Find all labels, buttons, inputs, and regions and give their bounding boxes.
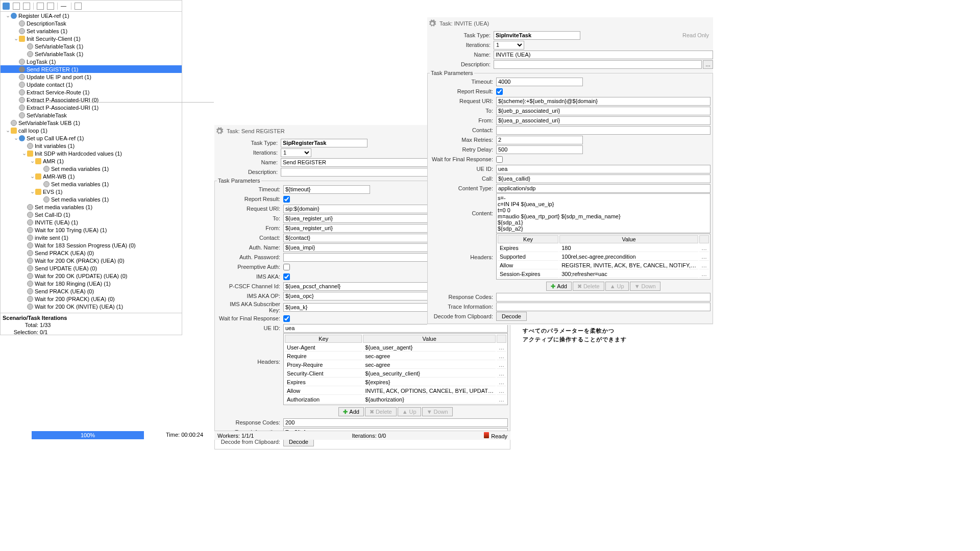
row-more-icon[interactable]: … [497, 370, 506, 378]
tree-item[interactable]: Send PRACK (UEA) (0) [1, 249, 182, 257]
to-field[interactable] [496, 107, 710, 115]
tree-item[interactable]: Send PRACK (UEA) (0) [1, 287, 182, 295]
expand-icon[interactable]: ⌄ [21, 150, 27, 157]
down-button[interactable]: ▼Down [422, 407, 453, 416]
tree-item[interactable]: SetVariableTask (1) [1, 42, 182, 50]
tree-item[interactable]: Wait for 200 (PRACK) (UEA) (0) [1, 295, 182, 303]
add-button[interactable]: ✚Add [546, 282, 572, 291]
report-result-checkbox[interactable] [496, 88, 503, 95]
tree-item[interactable]: invite sent (1) [1, 234, 182, 241]
tree-item[interactable]: Set media variables (1) [1, 180, 182, 188]
tree-item[interactable]: Set media variables (1) [1, 165, 182, 172]
tree-item[interactable]: Wait for 200 OK (PRACK) (UEA) (0) [1, 257, 182, 264]
ims-aka-checkbox[interactable] [283, 273, 290, 280]
row-more-icon[interactable]: … [699, 270, 709, 278]
table-row[interactable]: User-Agent${uea_user_agent}… [285, 344, 506, 352]
retry-delay-field[interactable] [496, 145, 583, 154]
tree-item[interactable]: DescriptionTask [1, 19, 182, 27]
wait-final-checkbox[interactable] [283, 315, 290, 322]
row-more-icon[interactable]: … [497, 353, 506, 360]
response-codes-field[interactable] [283, 418, 508, 427]
wait-final-checkbox[interactable] [496, 156, 503, 163]
tree-item[interactable]: ⌄Set up Call UEA-ref (1) [1, 134, 182, 142]
tree-item[interactable]: ⌄call loop (1) [1, 127, 182, 134]
tree-item[interactable]: INVITE (UEA) (1) [1, 218, 182, 226]
description-field[interactable] [494, 60, 702, 69]
tree-item[interactable]: LogTask (1) [1, 58, 182, 65]
tree-item[interactable]: Wait for 180 Ringing (UEA) (1) [1, 280, 182, 287]
table-row[interactable]: AllowREGISTER, INVITE, ACK, BYE, CANCEL,… [498, 262, 709, 269]
row-more-icon[interactable]: … [699, 262, 709, 269]
iterations-select[interactable]: 1 [494, 41, 524, 49]
table-row[interactable]: AllowINVITE, ACK, OPTIONS, CANCEL, BYE, … [285, 387, 506, 395]
tree-item[interactable]: Wait for 183 Session Progress (UEA) (0) [1, 241, 182, 249]
tree-item[interactable]: SetVariableTask UEB (1) [1, 119, 182, 127]
decode-button[interactable]: Decode [496, 312, 527, 321]
iterations-select[interactable]: 1 [281, 148, 311, 157]
name-field[interactable] [494, 51, 713, 59]
toolbar-icon[interactable]: — [61, 3, 68, 10]
request-uri-field[interactable] [496, 97, 710, 106]
toolbar-icon[interactable] [3, 3, 10, 10]
table-row[interactable]: Session-Expires300;refresher=uac… [498, 270, 709, 278]
expand-icon[interactable]: ⌄ [13, 135, 19, 141]
contact-field[interactable] [496, 126, 710, 135]
content-type-field[interactable] [496, 184, 710, 193]
tree-item[interactable]: Set media variables (1) [1, 195, 182, 203]
tree-item[interactable]: ⌄AMR-WB (1) [1, 172, 182, 180]
ueid-field[interactable] [283, 324, 508, 333]
toolbar-icon[interactable] [47, 3, 54, 10]
report-result-checkbox[interactable] [283, 196, 290, 203]
scenario-tree[interactable]: ⌄Register UEA-ref (1)DescriptionTaskSet … [1, 12, 182, 313]
tree-item[interactable]: Init variables (1) [1, 142, 182, 149]
tree-item[interactable]: Set media variables (1) [1, 203, 182, 211]
toolbar-icon[interactable] [13, 3, 20, 10]
table-row[interactable]: Requiresec-agree… [285, 353, 506, 360]
tree-item[interactable]: ⌄EVS (1) [1, 188, 182, 195]
expand-icon[interactable]: ⌄ [13, 35, 19, 42]
tree-item[interactable]: SetVariableTask (1) [1, 50, 182, 58]
row-more-icon[interactable]: … [699, 253, 709, 261]
row-more-icon[interactable]: … [699, 244, 709, 252]
tree-item[interactable]: Wait for 200 OK (UPDATE) (UEA) (0) [1, 272, 182, 280]
tree-item[interactable]: Extract P-Associated-URI (1) [1, 104, 182, 111]
trace-info-field[interactable] [496, 303, 710, 311]
headers-table[interactable]: KeyValue Expires180…Supported100rel,sec-… [496, 234, 710, 280]
tree-item[interactable]: Send UPDATE (UEA) (0) [1, 264, 182, 272]
table-row[interactable]: Expires${expires}… [285, 379, 506, 386]
description-more-button[interactable]: … [703, 60, 713, 69]
tree-item[interactable]: ⌄Init Security-Client (1) [1, 35, 182, 42]
response-codes-field[interactable] [496, 293, 710, 302]
expand-icon[interactable]: ⌄ [29, 188, 35, 195]
expand-icon[interactable]: ⌄ [29, 173, 35, 180]
tree-item[interactable]: Wait for 200 OK (INVITE) (UEA) (1) [1, 303, 182, 310]
row-more-icon[interactable]: … [497, 387, 506, 395]
up-button[interactable]: ▲Up [398, 407, 421, 416]
row-more-icon[interactable]: … [497, 396, 506, 404]
add-button[interactable]: ✚Add [338, 407, 364, 416]
tree-item[interactable]: ⌄Init SDP with Hardcoded values (1) [1, 149, 182, 157]
row-more-icon[interactable]: … [497, 344, 506, 352]
tree-item[interactable]: Set Call-ID (1) [1, 211, 182, 218]
table-row[interactable]: Authorization${authorization}… [285, 396, 506, 404]
table-row[interactable]: Proxy-Requiresec-agree… [285, 361, 506, 369]
task-type-field[interactable] [494, 31, 580, 40]
tree-item[interactable]: ⌄AMR (1) [1, 157, 182, 165]
preemptive-auth-checkbox[interactable] [283, 264, 290, 270]
row-more-icon[interactable]: … [497, 361, 506, 369]
timeout-field[interactable] [496, 78, 583, 86]
toolbar-icon[interactable] [23, 3, 30, 10]
content-textarea[interactable] [496, 193, 710, 233]
tree-item[interactable]: Send REGISTER (1) [1, 65, 182, 73]
tree-item[interactable]: Wait for 100 Trying (UEA) (1) [1, 226, 182, 234]
table-row[interactable]: Security-Client${uea_security_client}… [285, 370, 506, 378]
delete-button[interactable]: ✖Delete [365, 407, 397, 416]
down-button[interactable]: ▼Down [630, 282, 660, 291]
call-field[interactable] [496, 174, 710, 183]
headers-table[interactable]: KeyValue User-Agent${uea_user_agent}…Req… [283, 333, 508, 405]
expand-icon[interactable]: ⌄ [29, 158, 35, 164]
timeout-field[interactable] [283, 185, 370, 194]
max-retries-field[interactable] [496, 136, 583, 144]
delete-button[interactable]: ✖Delete [573, 282, 604, 291]
table-row[interactable]: Expires180… [498, 244, 709, 252]
